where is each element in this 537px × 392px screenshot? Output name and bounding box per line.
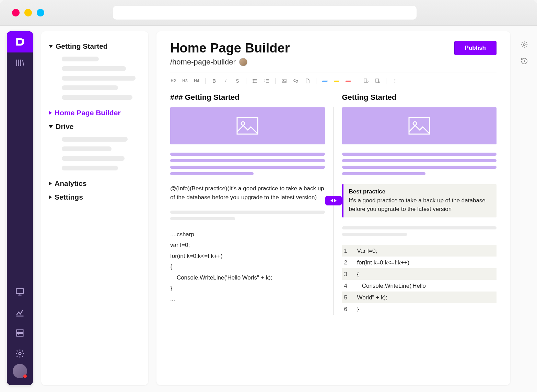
toolbar-italic[interactable]: I	[223, 78, 229, 84]
toolbar-bold[interactable]: B	[211, 78, 217, 84]
sidebar: Getting Started Home Page Builder Drive …	[41, 31, 148, 385]
tree-children-placeholder	[47, 137, 142, 170]
chevron-right-icon	[49, 111, 52, 115]
main-panel: Home Page Builder /home-page-builder Pub…	[156, 31, 510, 385]
chevron-right-icon	[49, 181, 52, 186]
user-avatar[interactable]	[13, 364, 27, 378]
author-avatar[interactable]	[239, 58, 247, 66]
chevron-right-icon	[49, 195, 52, 199]
code-source: ....csharp var I=0; for(int k=0;k<=I;k++…	[170, 229, 325, 305]
code-preview: 1Var I=0; 2for(int k=0;k<=I;k++) 3{ 4 Co…	[342, 245, 497, 315]
editor-toolbar: H2 H3 H4 B I S 12	[170, 76, 497, 86]
svg-rect-17	[237, 118, 258, 134]
toolbar-h4[interactable]: H4	[194, 79, 200, 83]
svg-text:2: 2	[264, 80, 266, 82]
url-bar[interactable]	[113, 6, 417, 20]
annotation-source: @(Info)(Best practice)(It's a good pract…	[170, 184, 325, 202]
toolbar-h2[interactable]: H2	[170, 79, 176, 83]
divider	[170, 72, 497, 72]
svg-rect-1	[16, 289, 24, 294]
preview-heading: Getting Started	[342, 93, 497, 102]
svg-point-20	[413, 122, 417, 125]
toolbar-highlight-blue[interactable]	[322, 81, 328, 82]
toolbar-lock-icon[interactable]	[363, 78, 369, 84]
svg-rect-3	[17, 333, 23, 336]
chevron-down-icon	[49, 125, 53, 128]
toolbar-link-icon[interactable]	[293, 78, 299, 84]
page-title: Home Page Builder	[170, 41, 290, 56]
toolbar-ol-icon[interactable]: 12	[264, 78, 270, 84]
tree-children-placeholder	[47, 57, 142, 100]
toolbar-image-icon[interactable]	[281, 78, 287, 84]
svg-point-7	[253, 82, 254, 83]
app-logo[interactable]	[7, 31, 33, 52]
chevron-down-icon	[49, 45, 53, 48]
svg-point-5	[253, 79, 254, 80]
page-path-text: /home-page-builder	[170, 58, 236, 67]
info-callout: Best practice It's a good practice to ta…	[342, 184, 497, 217]
toolbar-delete-icon[interactable]	[374, 78, 381, 84]
window-min-dot[interactable]	[24, 9, 32, 16]
split-divider	[333, 107, 334, 315]
svg-point-14	[395, 79, 395, 80]
tree-item-getting-started[interactable]: Getting Started	[47, 39, 142, 53]
toolbar-file-icon[interactable]	[304, 78, 311, 84]
right-rail	[518, 31, 530, 385]
history-icon[interactable]	[521, 57, 528, 66]
toolbar-more-icon[interactable]	[392, 79, 398, 83]
editor-preview-column: Getting Started Best practice It's a goo…	[342, 93, 497, 315]
svg-rect-19	[409, 118, 430, 134]
tree-label: Settings	[55, 193, 83, 201]
image-placeholder	[342, 107, 497, 144]
page-path: /home-page-builder	[170, 58, 290, 67]
callout-body: It's a good practice to take a back up o…	[349, 197, 491, 213]
image-placeholder	[170, 107, 325, 144]
tree-label: Analytics	[55, 179, 86, 188]
editor-source-column[interactable]: ### Getting Started @(Info)(Best practic…	[170, 93, 325, 315]
window-max-dot[interactable]	[37, 9, 44, 16]
browser-chrome	[0, 0, 537, 26]
editor-split: ### Getting Started @(Info)(Best practic…	[170, 93, 497, 315]
publish-button[interactable]: Publish	[454, 41, 497, 55]
svg-point-18	[241, 122, 245, 125]
nav-analytics-icon[interactable]	[7, 302, 33, 323]
tree-item-drive[interactable]: Drive	[47, 120, 142, 133]
toolbar-strike[interactable]: S	[234, 78, 241, 84]
tree-item-settings[interactable]: Settings	[47, 190, 142, 204]
tree-label: Home Page Builder	[55, 109, 121, 117]
svg-rect-2	[17, 330, 23, 333]
nav-rail	[7, 31, 33, 385]
nav-settings-icon[interactable]	[7, 343, 33, 364]
source-heading: ### Getting Started	[170, 93, 325, 102]
tree-item-home-page-builder[interactable]: Home Page Builder	[47, 106, 142, 120]
svg-point-16	[395, 82, 395, 83]
svg-rect-10	[282, 79, 286, 83]
toolbar-highlight-red[interactable]	[345, 81, 351, 82]
svg-rect-12	[364, 79, 367, 82]
svg-point-15	[395, 81, 395, 81]
nav-monitor-icon[interactable]	[7, 282, 33, 302]
window-close-dot[interactable]	[12, 9, 20, 16]
toolbar-h3[interactable]: H3	[182, 79, 188, 83]
tree-label: Drive	[56, 122, 74, 131]
tree-item-analytics[interactable]: Analytics	[47, 177, 142, 190]
nav-archive-icon[interactable]	[7, 323, 33, 343]
settings-icon[interactable]	[521, 41, 528, 50]
svg-point-0	[22, 39, 24, 40]
svg-rect-13	[376, 79, 378, 82]
toolbar-highlight-yellow[interactable]	[334, 81, 340, 82]
svg-point-21	[523, 44, 525, 46]
split-handle[interactable]	[325, 196, 342, 205]
nav-library-icon[interactable]	[7, 52, 33, 73]
toolbar-ul-icon[interactable]	[252, 78, 258, 84]
traffic-lights	[12, 9, 44, 16]
tree-label: Getting Started	[56, 42, 108, 50]
svg-point-6	[253, 81, 254, 81]
callout-title: Best practice	[349, 188, 491, 195]
svg-point-4	[19, 353, 21, 355]
